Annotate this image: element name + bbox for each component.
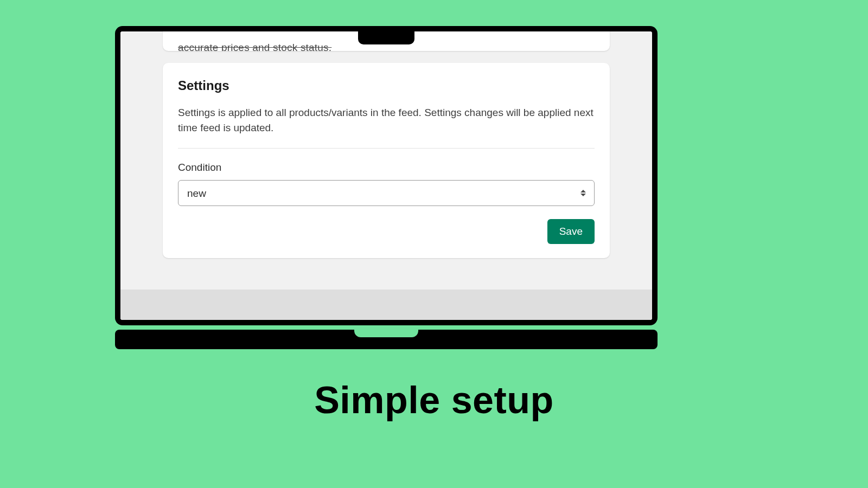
actions-row: Save [178,219,595,244]
condition-label: Condition [178,162,595,174]
settings-card: Settings Settings is applied to all prod… [163,63,610,258]
save-button[interactable]: Save [547,219,595,244]
caption-text: Simple setup [314,379,554,421]
info-card-partial-text: accurate prices and stock status. [178,42,331,51]
camera-notch [358,31,414,44]
screen: accurate prices and stock status. Settin… [120,31,652,320]
condition-select-wrap: new [178,180,595,206]
app-area: accurate prices and stock status. Settin… [120,31,652,290]
screen-content: accurate prices and stock status. Settin… [120,31,652,320]
caption: Simple setup [0,378,868,422]
laptop-mockup: accurate prices and stock status. Settin… [115,26,658,349]
screen-bezel: accurate prices and stock status. Settin… [115,26,658,325]
settings-title: Settings [178,78,595,93]
laptop-base [115,330,658,349]
screen-bottom-strip [120,290,652,320]
settings-description: Settings is applied to all products/vari… [178,105,595,135]
condition-select[interactable]: new [178,180,595,206]
divider [178,148,595,149]
laptop-base-notch [354,330,418,337]
